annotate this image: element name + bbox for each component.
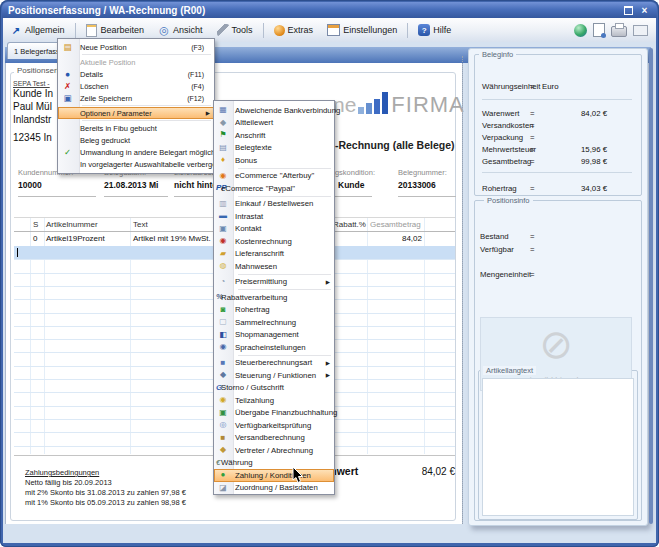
field-underline [104,196,168,197]
menu-item-label: Mahnwesen [235,262,277,271]
document-preview-icon[interactable] [593,23,605,37]
edit-menu-item-bereits-in-fibu-gebucht[interactable]: Bereits in Fibu gebucht [58,122,214,134]
logo-bar [358,107,364,114]
submenu-item-preisermittlung[interactable]: ◔Preisermittlung▶ [214,276,334,289]
submenu-arrow-icon: ▶ [326,279,330,285]
cell-gesamtbetrag[interactable]: 84,02 [342,234,422,243]
submenu-item-anschrift[interactable]: ⚑Anschrift [214,129,334,142]
menu-item-label: Preisermittlung [235,277,287,286]
cell-text[interactable]: Artikel mit 19% MwSt. [133,234,211,243]
submenu-item-spracheinstellungen[interactable]: ◉Spracheinstellungen [214,341,334,354]
submenu-item-zuordnung-basisdaten[interactable]: ◪Zuordnung / Basisdaten [214,482,334,495]
print-icon[interactable] [611,26,627,37]
menubar-item-ansicht[interactable]: ◎Ansicht [152,21,209,39]
edit-menu-item-beleg-gedruckt[interactable]: Beleg gedruckt [58,134,214,146]
submenu-item-zahlung-konditionen[interactable]: ●Zahlung / Konditionen [214,469,334,482]
submenu-item-bonus[interactable]: ♦Bonus [214,154,334,167]
field-value-belegnummer: 20133006 [398,180,436,190]
sprache-icon: ◉ [216,342,230,352]
submenu-item-abweichende-bankverbindung[interactable]: ▦Abweichende Bankverbindung [214,104,334,117]
submenu-item-w-hrung[interactable]: €Währung [214,457,334,470]
edit-menu-item-zeile-speichern[interactable]: ▣Zeile Speichern(F12) [58,92,214,104]
belegtexte-icon: ▤ [216,143,230,153]
edit-menu-item-neue-position[interactable]: ▤Neue Position(F3) [58,41,214,53]
submenu-item-bergabe-finanzbuchhaltung[interactable]: ▣Übergabe Finanzbuchhaltung [214,407,334,420]
menubar-arrow-icon: ↗ [10,24,22,36]
menubar-item-hilfe[interactable]: ?Hilfe [412,21,457,39]
submenu-item-ecommerce-afterbuy[interactable]: ◉eCommerce "Afterbuy" [214,170,334,183]
submenu-item-steuerberechnungsart[interactable]: ■Steuerberechnungsart▶ [214,357,334,370]
sepa-test-link[interactable]: SEPA Test - [13,80,50,87]
menubar-separator [407,23,408,38]
menu-item-label: Bonus [235,156,257,165]
restore-icon [624,6,633,15]
new-position-icon: ▤ [60,42,75,52]
submenu-item-intrastat[interactable]: ▬Intrastat [214,210,334,223]
submenu-item-storno-gutschrift[interactable]: GStorno / Gutschrift [214,382,334,395]
submenu-item-altteilewert[interactable]: ◆Altteilewert [214,117,334,130]
beleginfo-value-gesamtbetrag: 99,98 € [523,157,607,166]
submenu-item-rohertrag[interactable]: ◙Rohertrag [214,304,334,317]
edit-menu-item-details[interactable]: ●Details(F11) [58,68,214,80]
menu-item-label: Shopmanagement [235,330,299,339]
menu-item-label: Löschen [80,82,108,91]
column-header-artikelnummer[interactable]: Artikelnummer [46,220,98,229]
artikellangtext-box[interactable] [482,378,634,516]
restore-button[interactable] [622,5,635,16]
column-header-s[interactable]: S [33,220,38,229]
submenu-item-kontakt[interactable]: ▣Kontakt [214,223,334,236]
menubar-item-allgemein[interactable]: ↗Allgemein [4,21,71,39]
submenu-item-vertreter-abrechnung[interactable]: ◆Vertreter / Abrechnung [214,444,334,457]
menubar-view-icon: ◎ [158,24,170,36]
submenu-item-sammelrechnung[interactable]: ▢Sammelrechnung [214,316,334,329]
close-button[interactable]: × [638,5,651,16]
lieferanschrift-icon: ▰ [216,249,230,259]
submenu-item-ecommerce-paypal[interactable]: PPeCommerce "Paypal" [214,182,334,195]
submenu-item-einkauf-bestellwesen[interactable]: ▥Einkauf / Bestellwesen [214,198,334,211]
submenu-separator [238,274,331,275]
submenu-item-versandberechnung[interactable]: ■Versandberechnung [214,432,334,445]
submenu-item-shopmanagement[interactable]: ◧Shopmanagement [214,329,334,342]
menubar-item-tools[interactable]: Tools [211,21,259,39]
menu-item-label: Einkauf / Bestellwesen [235,199,313,208]
shopmanagement-icon: ◧ [216,330,230,340]
submenu-item-steuerung-funktionen[interactable]: ◆Steuerung / Funktionen▶ [214,369,334,382]
column-header-gesamtbetrag[interactable]: Gesamtbetrag [370,220,421,229]
menubar-item-label: Tools [232,25,253,35]
edit-menu-item-aktuelle-position[interactable]: Aktuelle Position [58,56,214,68]
cell-s[interactable]: 0 [33,234,37,243]
menubar-item-einstellungen[interactable]: Einstellungen [321,21,403,39]
beleginfo-separator [482,99,632,100]
column-header-text[interactable]: Text [133,220,148,229]
edit-menu-item-umwandlung-in-andere-belegart-m-glich[interactable]: ✓Umwandlung in andere Belegart möglich [58,146,214,158]
cell-artikelnummer[interactable]: Artikel19Prozent [46,234,105,243]
menubar-item-bearbeiten[interactable]: Bearbeiten [80,21,151,39]
submenu-item-lieferanschrift[interactable]: ▰Lieferanschrift [214,248,334,261]
menubar-item-extras[interactable]: Extras [268,22,320,39]
submenu-item-rabattverarbeitung[interactable]: %Rabattverarbeitung [214,291,334,304]
menubar-item-label: Hilfe [433,25,451,35]
titlebar[interactable]: Positionserfassung / WA-Rechnung (R00) × [2,2,657,18]
mail-icon[interactable] [633,25,648,36]
customer-city: 12345 In [13,132,52,143]
panel-splitter[interactable] [462,56,464,524]
equals-sign: = [530,245,535,254]
edit-menu-item-optionen-parameter[interactable]: Optionen / Parameter▶ [58,107,214,119]
equals-sign: = [530,270,535,279]
kostenrechnung-icon: ◉ [216,236,230,246]
submenu-item-verf-gbarkeitspr-fung[interactable]: ◎Verfügbarkeitsprüfung [214,419,334,432]
menubar-tools-icon [217,24,229,36]
submenu-item-kostenrechnung[interactable]: ◉Kostenrechnung [214,235,334,248]
equals-sign: = [530,133,535,142]
submenu-item-belegtexte[interactable]: ▤Belegtexte [214,142,334,155]
edit-menu-item-in-vorgelagerter-auswahltabelle-verbergen[interactable]: In vorgelagerter Auswahltabelle verberge… [58,158,214,170]
field-label-belegnummer: Belegnummer: [398,168,447,177]
web-icon[interactable] [574,24,587,37]
submenu-item-mahnwesen[interactable]: ◍Mahnwesen [214,260,334,273]
column-header-rabatt[interactable]: Rabatt.% [333,220,366,229]
edit-menu-item-l-schen[interactable]: ✗Löschen(F4) [58,80,214,92]
menubar-items: ↗AllgemeinBearbeiten◎AnsichtToolsExtrasE… [3,21,458,39]
submenu-item-teilzahlung[interactable]: ◉Teilzahlung [214,394,334,407]
versand-icon: ■ [216,433,230,443]
menu-item-label: Verfügbarkeitsprüfung [235,421,311,430]
